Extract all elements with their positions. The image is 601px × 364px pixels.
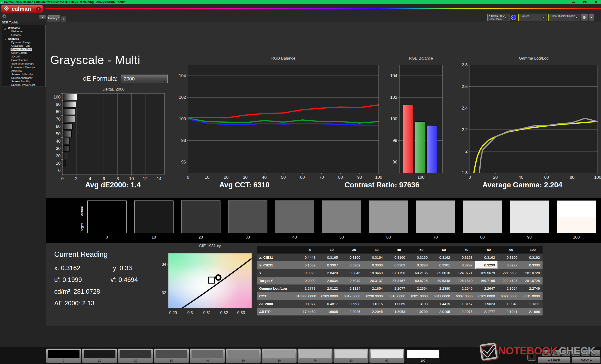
table-cell[interactable]: 0.3162 <box>475 254 498 261</box>
table-cell[interactable]: 19.9469 <box>363 269 385 277</box>
table-cell[interactable]: 2.2380 <box>430 285 453 292</box>
table-cell[interactable]: 6322.0000 <box>498 292 520 300</box>
table-cell[interactable]: 0.3163 <box>453 254 475 261</box>
sidebar-item-screen-uniformity[interactable]: Screen Uniformity <box>2 73 45 76</box>
sidebar-item-analysis[interactable]: ◢Analysis <box>2 37 45 41</box>
table-cell[interactable]: 37.1796 <box>385 269 408 277</box>
table-cell[interactable]: 6307.0000 <box>453 292 475 300</box>
workflow-dot-button[interactable] <box>2 14 6 18</box>
sidebar-item-screen-stability[interactable]: Screen Stability <box>2 80 45 83</box>
sidebar-collapse-button[interactable]: ◀ <box>39 15 46 19</box>
table-cell[interactable]: 0.3299 <box>475 261 498 269</box>
table-cell[interactable]: 0.3303 <box>385 261 408 269</box>
table-cell[interactable]: 20.3137 <box>363 277 385 285</box>
table-cell[interactable]: 0.3302 <box>341 261 363 269</box>
table-cell[interactable]: 6309.0000 <box>475 292 498 300</box>
source-dropdown[interactable]: Source ▼ <box>518 13 547 22</box>
table-cell[interactable]: 0.4817 <box>318 300 341 308</box>
table-cell[interactable]: 0.3297 <box>498 261 520 269</box>
table-cell[interactable]: 1.0069 <box>385 300 408 308</box>
table-cell[interactable]: 1.2778 <box>296 285 318 292</box>
pattern-button-60[interactable]: 60 <box>261 348 297 363</box>
table-cell[interactable]: 0.1682 <box>296 261 318 269</box>
table-cell[interactable]: 6298.0000 <box>363 292 385 300</box>
table-cell[interactable]: 0.3160 <box>498 254 520 261</box>
sidebar-item-3d-lut[interactable]: 3D LUT <box>2 55 45 58</box>
table-cell[interactable]: 169.7195 <box>475 277 498 285</box>
pattern-button-20[interactable]: 20 <box>118 348 153 363</box>
table-cell[interactable]: 310986.0000 <box>296 292 318 300</box>
table-cell[interactable]: 0.3307 <box>318 261 341 269</box>
table-cell[interactable]: 1.8053 <box>385 308 408 316</box>
table-cell[interactable]: 281.0728 <box>520 269 542 277</box>
table-cell[interactable]: 89.6018 <box>430 269 453 277</box>
de-formula-select[interactable]: 2000 ▼ <box>121 75 168 83</box>
pattern-button-70[interactable]: 70 <box>297 348 333 363</box>
table-cell[interactable]: 0.3165 <box>318 254 341 261</box>
table-cell[interactable]: 2.2647 <box>475 285 498 292</box>
table-cell[interactable]: 124.9771 <box>453 269 475 277</box>
table-cell[interactable]: 6311.0000 <box>430 292 453 300</box>
meter-count-badge[interactable]: 235 <box>511 15 516 20</box>
table-cell[interactable]: 0.3160 <box>385 254 408 261</box>
table-cell[interactable]: 2.0025 <box>341 308 363 316</box>
table-cell[interactable]: 2.2075 <box>453 308 475 316</box>
table-cell[interactable]: 60.6725 <box>408 277 430 285</box>
panel-collapse-button[interactable]: ◀ <box>589 13 594 22</box>
table-cell[interactable]: 169.5679 <box>475 269 498 277</box>
table-cell[interactable]: 1.9799 <box>408 308 430 316</box>
table-cell[interactable]: 2.2077 <box>385 285 408 292</box>
sidebar-item-options[interactable]: Options <box>2 33 45 37</box>
table-cell[interactable]: 221.5683 <box>498 269 520 277</box>
sidebar-item-color-gamut[interactable]: Color Gamut <box>2 51 45 55</box>
table-cell[interactable]: 0.3300 <box>520 261 542 269</box>
table-cell[interactable]: 2.1777 <box>475 308 498 316</box>
sidebar-item-screen-angularity[interactable]: Screen Angularity <box>2 76 45 80</box>
table-cell[interactable]: 0.3162 <box>430 254 453 261</box>
pattern-button-0[interactable]: 0 <box>46 348 81 363</box>
table-cell[interactable]: 0.3298 <box>408 261 430 269</box>
table-cell[interactable]: 2.2045 <box>363 308 385 316</box>
table-cell[interactable]: 6311.0000 <box>520 292 542 300</box>
sidebar-item-welcome[interactable]: ◢Welcome <box>2 26 45 30</box>
table-cell[interactable]: 1.4419 <box>430 300 453 308</box>
table-cell[interactable]: 0.3164 <box>363 254 385 261</box>
table-cell[interactable]: 0.4443 <box>296 254 318 261</box>
table-cell[interactable]: 1.0115 <box>363 300 385 308</box>
meter-dropdown-arrow-icon[interactable]: ▼ <box>503 15 508 20</box>
table-cell[interactable]: 2.1311 <box>520 300 542 308</box>
minimize-button[interactable] <box>572 0 576 4</box>
meter-dropdown[interactable]: X-Rite i1Pro 2 Direct View ▼ <box>486 13 509 22</box>
sidebar-item-welcome[interactable]: Welcome <box>2 30 45 33</box>
sidebar-item-colorchecker[interactable]: ColorChecker <box>2 58 45 62</box>
table-cell[interactable]: 2.1696 <box>520 308 542 316</box>
table-cell[interactable]: 9.3049 <box>341 277 363 285</box>
display-control-dropdown-arrow-icon[interactable]: ▼ <box>574 15 579 20</box>
table-cell[interactable]: 60.2136 <box>408 269 430 277</box>
table-cell[interactable]: 1.6905 <box>318 308 341 316</box>
table-cell[interactable]: 17.4459 <box>296 308 318 316</box>
table-cell[interactable]: 1.8157 <box>453 300 475 308</box>
table-cell[interactable]: 9.0846 <box>341 269 363 277</box>
sidebar-item-grayscale-multi[interactable]: Grayscale - Multi <box>2 48 45 51</box>
table-cell[interactable]: 6289.0000 <box>318 292 341 300</box>
pattern-button-90[interactable]: 90 <box>369 348 404 363</box>
table-cell[interactable]: 222.4123 <box>498 277 520 285</box>
table-cell[interactable]: 2.2354 <box>408 285 430 292</box>
table-cell[interactable]: 125.1340 <box>453 277 475 285</box>
pattern-button-40[interactable]: 40 <box>190 348 225 363</box>
calman-menu-button[interactable]: calman ▼ <box>1 5 43 13</box>
pattern-button-30[interactable]: 30 <box>154 348 189 363</box>
table-cell[interactable]: 6316.0000 <box>385 292 408 300</box>
table-cell[interactable]: 2.3054 <box>498 285 520 292</box>
table-cell[interactable]: 281.0728 <box>520 277 542 285</box>
table-cell[interactable]: 89.5348 <box>430 277 453 285</box>
settings-gear-button[interactable]: ⚙ <box>581 13 588 22</box>
table-cell[interactable]: 6317.0000 <box>341 292 363 300</box>
table-cell[interactable]: 0.0029 <box>296 269 318 277</box>
table-cell[interactable]: 2.0122 <box>318 285 341 292</box>
display-control-dropdown[interactable]: Direct Display Control ▼ <box>548 13 580 22</box>
table-cell[interactable]: 0.1077 <box>296 300 318 308</box>
table-cell[interactable]: 2.1041 <box>498 308 520 316</box>
pattern-button-100[interactable]: 100 <box>405 348 441 363</box>
